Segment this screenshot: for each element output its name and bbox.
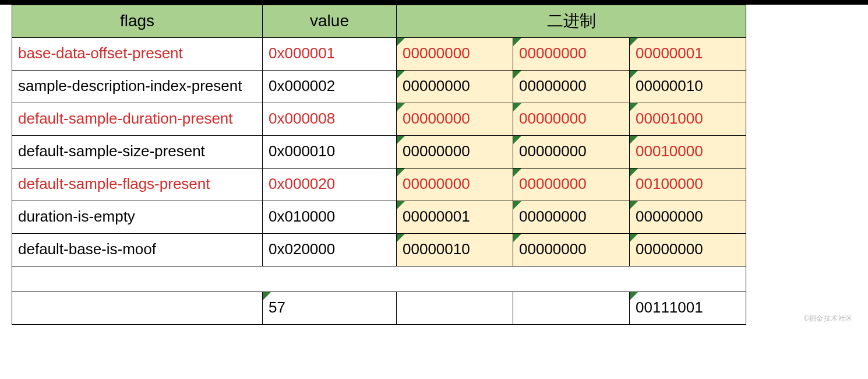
summary-bin-cell [397, 292, 513, 325]
summary-bin-cell [513, 292, 630, 325]
table-row: base-data-offset-present0x00000100000000… [12, 38, 856, 71]
trailing-cell [746, 103, 856, 136]
summary-value-cell[interactable]: 57 [263, 292, 397, 325]
empty-cell [12, 266, 263, 292]
flag-name-cell[interactable]: sample-description-index-present [12, 71, 263, 103]
binary-byte-cell[interactable]: 00001000 [630, 103, 746, 136]
flag-value-cell[interactable]: 0x000008 [263, 103, 397, 136]
binary-byte-cell[interactable]: 00000000 [513, 201, 630, 234]
binary-byte-cell[interactable]: 00000000 [397, 71, 513, 103]
header-value: value [263, 5, 397, 38]
header-flags: flags [12, 5, 263, 38]
table-row: default-sample-duration-present0x0000080… [12, 103, 856, 136]
binary-byte-cell[interactable]: 00000000 [513, 38, 630, 71]
summary-row: 5700111001 [12, 292, 856, 325]
trailing-cell [746, 136, 856, 169]
binary-byte-cell[interactable]: 00000000 [397, 169, 513, 201]
binary-byte-cell[interactable]: 00000001 [397, 201, 513, 234]
binary-byte-cell[interactable]: 00000000 [630, 201, 746, 234]
flag-name-cell[interactable]: duration-is-empty [12, 201, 263, 234]
binary-byte-cell[interactable]: 00000000 [513, 71, 630, 103]
binary-byte-cell[interactable]: 00000000 [513, 136, 630, 169]
flag-name-cell[interactable]: default-sample-duration-present [12, 103, 263, 136]
table-row: sample-description-index-present0x000002… [12, 71, 856, 103]
empty-cell [630, 266, 746, 292]
flags-table: flags value 二进制 base-data-offset-present… [12, 5, 856, 325]
binary-byte-cell[interactable]: 00000001 [630, 38, 746, 71]
binary-byte-cell[interactable]: 00000010 [630, 71, 746, 103]
header-binary: 二进制 [397, 5, 746, 38]
spreadsheet-table: flags value 二进制 base-data-offset-present… [12, 5, 856, 325]
binary-byte-cell[interactable]: 00000000 [397, 136, 513, 169]
trailing-cell [746, 169, 856, 201]
trailing-cell [746, 71, 856, 103]
trailing-header-cell [746, 5, 856, 38]
flag-value-cell[interactable]: 0x010000 [263, 201, 397, 234]
summary-bin-cell[interactable]: 00111001 [630, 292, 746, 325]
binary-byte-cell[interactable]: 00000000 [513, 103, 630, 136]
table-row: default-sample-size-present0x00001000000… [12, 136, 856, 169]
binary-byte-cell[interactable]: 00000000 [397, 103, 513, 136]
trailing-cell [746, 266, 856, 292]
table-row: default-sample-flags-present0x0000200000… [12, 169, 856, 201]
flag-value-cell[interactable]: 0x000020 [263, 169, 397, 201]
flag-name-cell[interactable]: default-sample-size-present [12, 136, 263, 169]
flag-name-cell[interactable]: default-sample-flags-present [12, 169, 263, 201]
flag-name-cell[interactable]: default-base-is-moof [12, 234, 263, 266]
binary-byte-cell[interactable]: 00010000 [630, 136, 746, 169]
empty-row [12, 266, 856, 292]
empty-cell [513, 266, 630, 292]
table-row: duration-is-empty0x010000000000010000000… [12, 201, 856, 234]
binary-byte-cell[interactable]: 00000000 [630, 234, 746, 266]
binary-byte-cell[interactable]: 00000000 [513, 234, 630, 266]
trailing-cell [746, 38, 856, 71]
flag-name-cell[interactable]: base-data-offset-present [12, 38, 263, 71]
flag-value-cell[interactable]: 0x000001 [263, 38, 397, 71]
summary-flag-cell [12, 292, 263, 325]
empty-cell [263, 266, 397, 292]
watermark-text: ©掘金技术社区 [804, 314, 853, 324]
flag-value-cell[interactable]: 0x000010 [263, 136, 397, 169]
binary-byte-cell[interactable]: 00000010 [397, 234, 513, 266]
table-row: default-base-is-moof0x020000000000100000… [12, 234, 856, 266]
binary-byte-cell[interactable]: 00000000 [397, 38, 513, 71]
header-row: flags value 二进制 [12, 5, 856, 38]
flag-value-cell[interactable]: 0x000002 [263, 71, 397, 103]
flag-value-cell[interactable]: 0x020000 [263, 234, 397, 266]
binary-byte-cell[interactable]: 00000000 [513, 169, 630, 201]
top-black-bar [0, 0, 868, 5]
binary-byte-cell[interactable]: 00100000 [630, 169, 746, 201]
empty-cell [397, 266, 513, 292]
trailing-cell [746, 201, 856, 234]
trailing-cell [746, 234, 856, 266]
